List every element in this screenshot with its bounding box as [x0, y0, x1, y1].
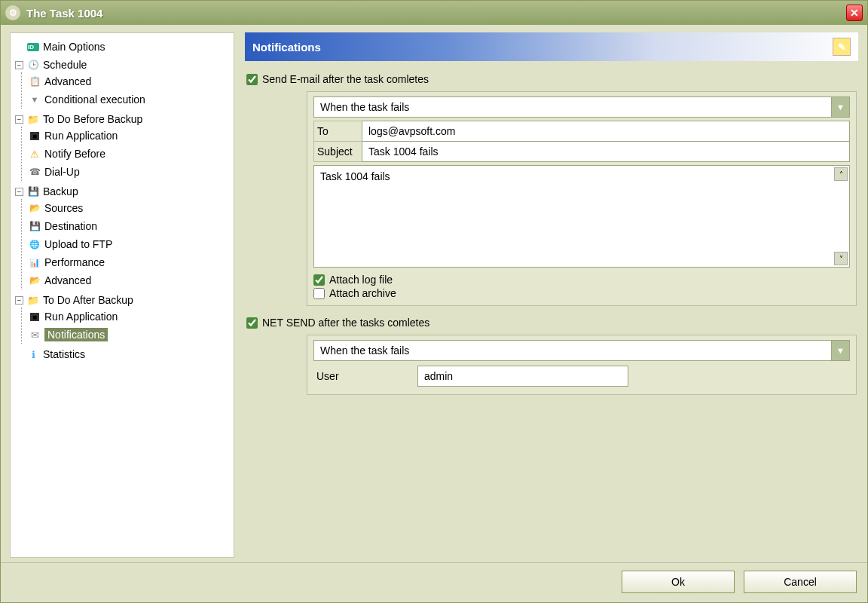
- collapse-icon[interactable]: −: [15, 61, 23, 69]
- user-label: User: [313, 370, 404, 382]
- scroll-up-icon[interactable]: ˄: [834, 167, 848, 181]
- email-body-textarea[interactable]: Task 1004 fails ˄ ˅: [313, 165, 850, 268]
- collapse-icon[interactable]: −: [15, 188, 23, 196]
- info-icon: [26, 347, 40, 361]
- folder-icon: [28, 201, 41, 215]
- tree-item-schedule[interactable]: − Schedule: [14, 57, 231, 72]
- phone-icon: [28, 165, 41, 179]
- attach-log-checkbox[interactable]: Attach log file: [313, 274, 850, 286]
- scrollbar[interactable]: ˄ ˅: [834, 167, 848, 265]
- netsend-input[interactable]: [246, 317, 258, 329]
- tree-item-advanced[interactable]: Advanced: [26, 74, 231, 89]
- collapse-icon[interactable]: −: [15, 296, 23, 305]
- dialog-footer: Ok Cancel: [1, 562, 867, 602]
- close-button[interactable]: ✕: [846, 5, 863, 21]
- performance-icon: [28, 256, 41, 269]
- panel-header: Notifications ✎: [245, 32, 858, 61]
- tree-item-performance[interactable]: Performance: [26, 255, 231, 270]
- nav-tree: ID Main Options − Schedule Advanced: [10, 32, 234, 558]
- console-icon: [28, 310, 41, 323]
- tree-item-backup[interactable]: − Backup: [14, 184, 231, 199]
- user-input[interactable]: [417, 366, 628, 387]
- tree-item-backup-advanced[interactable]: Advanced: [26, 273, 231, 288]
- drive-icon: [26, 185, 40, 198]
- content-panel: Notifications ✎ Send E-mail after the ta…: [245, 32, 858, 558]
- chevron-down-icon[interactable]: ▼: [831, 97, 849, 117]
- tree-item-conditional-execution[interactable]: Conditional execution: [26, 92, 231, 107]
- console-icon: [28, 129, 41, 142]
- window-title: The Task 1004: [26, 7, 846, 20]
- send-email-checkbox[interactable]: Send E-mail after the task comletes: [246, 73, 857, 85]
- email-group: When the task fails ▼ To Subject Task 10…: [307, 91, 857, 306]
- netsend-checkbox[interactable]: NET SEND after the tasks comletes: [246, 317, 857, 329]
- titlebar: ⚙ The Task 1004 ✕: [1, 1, 867, 25]
- clock-icon: [26, 58, 40, 72]
- ftp-icon: [28, 237, 41, 251]
- mail-icon: [28, 328, 41, 341]
- app-icon: ⚙: [5, 5, 20, 20]
- scroll-down-icon[interactable]: ˅: [834, 252, 848, 265]
- gear-icon: [28, 75, 41, 88]
- panel-title: Notifications: [252, 41, 321, 54]
- send-email-input[interactable]: [246, 74, 258, 85]
- tree-item-upload-ftp[interactable]: Upload to FTP: [26, 237, 231, 252]
- attach-log-input[interactable]: [313, 274, 325, 286]
- edit-icon[interactable]: ✎: [833, 38, 851, 56]
- folder-icon: [28, 274, 41, 287]
- collapse-icon[interactable]: −: [15, 115, 23, 124]
- tree-item-statistics[interactable]: Statistics: [14, 347, 231, 362]
- subject-label: Subject: [313, 142, 362, 162]
- ok-button[interactable]: Ok: [622, 571, 735, 593]
- disk-icon: [28, 219, 41, 233]
- warning-icon: [28, 147, 41, 161]
- tree-item-sources[interactable]: Sources: [26, 200, 231, 216]
- tree-item-dial-up[interactable]: Dial-Up: [26, 164, 231, 179]
- netsend-group: When the task fails ▼ User: [307, 335, 857, 395]
- subject-input[interactable]: [362, 142, 850, 162]
- to-input[interactable]: [362, 121, 850, 142]
- tree-item-before-backup[interactable]: − To Do Before Backup: [14, 112, 231, 127]
- cancel-button[interactable]: Cancel: [744, 571, 857, 593]
- folder-icon: [26, 112, 40, 126]
- to-label: To: [313, 121, 362, 142]
- tree-item-notify-before[interactable]: Notify Before: [26, 146, 231, 161]
- attach-archive-checkbox[interactable]: Attach archive: [313, 287, 850, 299]
- tree-item-run-application[interactable]: Run Application: [26, 128, 231, 143]
- tree-item-destination[interactable]: Destination: [26, 219, 231, 234]
- tree-item-run-application-after[interactable]: Run Application: [26, 309, 231, 324]
- funnel-icon: [28, 93, 41, 106]
- netsend-when-select[interactable]: When the task fails ▼: [313, 340, 850, 361]
- attach-archive-input[interactable]: [313, 288, 325, 299]
- tree-item-after-backup[interactable]: − To Do After Backup: [14, 292, 231, 308]
- task-dialog: ⚙ The Task 1004 ✕ ID Main Options − Sch: [0, 0, 868, 603]
- id-icon: ID: [27, 43, 39, 51]
- chevron-down-icon[interactable]: ▼: [831, 341, 849, 360]
- folder-icon: [26, 293, 40, 307]
- email-when-select[interactable]: When the task fails ▼: [313, 96, 850, 118]
- tree-item-notifications[interactable]: Notifications: [26, 327, 231, 342]
- tree-item-main-options[interactable]: ID Main Options: [14, 39, 231, 54]
